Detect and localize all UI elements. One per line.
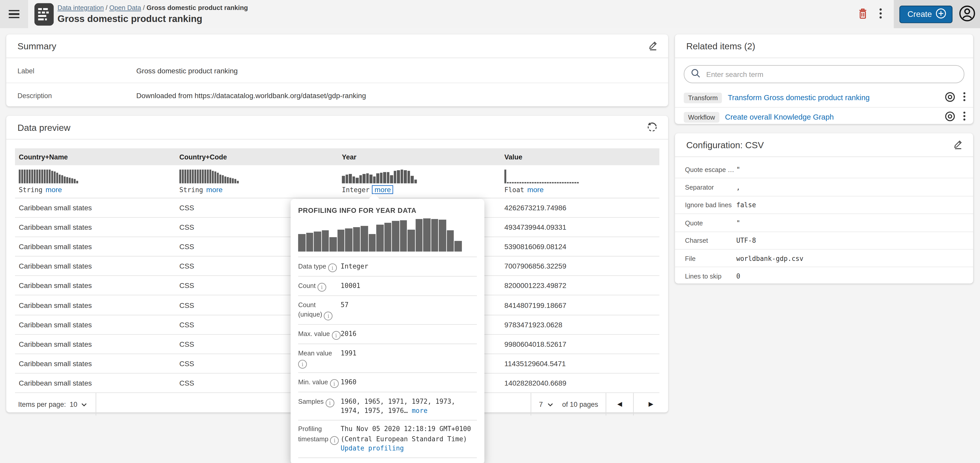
profiling-popover: PROFILING INFO FOR YEAR DATA Data type I… [291, 199, 484, 463]
table-cell: 14028282040.6689 [501, 379, 659, 386]
field-label: Description [18, 92, 136, 99]
table-cell: Caribbean small states [15, 360, 176, 367]
table-cell: Caribbean small states [15, 224, 176, 231]
config-value: , [736, 184, 740, 191]
app-header: Data integration / Open Data / Gross dom… [0, 0, 980, 28]
info-icon[interactable] [325, 399, 334, 407]
column-header-value: Value [501, 153, 659, 160]
breadcrumb-separator: / [104, 4, 109, 11]
page-title: Gross domestic product ranking [57, 13, 248, 24]
user-avatar-button[interactable] [958, 5, 976, 23]
column-type: Integer [342, 186, 369, 193]
delete-button[interactable] [854, 5, 872, 23]
trash-icon [858, 7, 869, 21]
info-icon[interactable] [324, 311, 333, 320]
kebab-icon [963, 112, 966, 123]
data-preview-title: Data preview [18, 122, 70, 133]
edit-configuration-button[interactable] [953, 139, 963, 151]
pages-count-label: of 10 pages [562, 401, 598, 408]
column-more-link-value[interactable]: more [527, 186, 544, 193]
profiling-histogram [298, 219, 477, 252]
config-label: File [685, 254, 736, 262]
info-icon[interactable] [330, 436, 339, 445]
reload-preview-button[interactable] [646, 120, 658, 134]
related-item-link[interactable]: Create overall Knowledge Graph [725, 113, 939, 121]
config-row-quote: Quote " [675, 214, 973, 232]
info-icon[interactable] [318, 283, 326, 291]
page-root: Data integration / Open Data / Gross dom… [0, 0, 980, 463]
update-profiling-link[interactable]: Update profiling [341, 444, 404, 452]
user-icon [959, 5, 975, 23]
header-titles: Data integration / Open Data / Gross dom… [57, 4, 248, 24]
stat-value: Integer [341, 261, 477, 272]
stat-value: Thu Nov 05 2020 12:18:19 GMT+0100 (Centr… [341, 425, 477, 453]
column-histogram [342, 168, 501, 184]
stat-value: 1991 [341, 348, 477, 369]
table-cell: Caribbean small states [15, 321, 176, 328]
kebab-icon [963, 92, 966, 103]
related-items-title: Related items (2) [686, 41, 755, 51]
config-value: " [736, 219, 740, 227]
info-icon[interactable] [328, 263, 337, 272]
item-options-button[interactable] [963, 112, 966, 123]
view-item-button[interactable] [944, 110, 956, 123]
more-options-button[interactable] [873, 5, 889, 23]
profiling-popover-title: PROFILING INFO FOR YEAR DATA [298, 206, 477, 214]
configuration-title: Configuration: CSV [686, 140, 764, 150]
column-more-link-country-name[interactable]: more [46, 186, 62, 193]
related-search-input[interactable] [705, 70, 957, 78]
config-value: 0 [736, 272, 740, 279]
configuration-card: Configuration: CSV Quote escape … " Sepa… [675, 133, 973, 284]
stat-label: Mean value [298, 348, 341, 369]
breadcrumb-link-data-integration[interactable]: Data integration [57, 4, 104, 11]
column-histogram [504, 168, 659, 184]
table-cell: Caribbean small states [15, 340, 176, 348]
column-header-year: Year [338, 153, 501, 160]
items-per-page-value: 10 [70, 401, 77, 408]
hamburger-icon [9, 10, 19, 18]
summary-card: Summary Label Gross domestic product ran… [6, 35, 668, 107]
summary-title: Summary [18, 41, 56, 51]
related-item-link[interactable]: Transform Gross domestic product ranking [728, 93, 939, 102]
items-per-page-select[interactable]: Items per page: 10 [6, 393, 96, 415]
more-link[interactable]: more [412, 407, 428, 414]
stat-label: Count [298, 281, 341, 291]
table-cell: 8414807199.18667 [501, 301, 659, 309]
column-more-link-country-code[interactable]: more [206, 186, 223, 193]
config-row-charset: Charset UTF-8 [675, 231, 973, 249]
table-cell: Caribbean small states [15, 262, 176, 270]
related-search [684, 65, 964, 83]
main-menu-button[interactable] [0, 0, 28, 28]
view-item-button[interactable] [944, 91, 956, 104]
summary-row-description: Description Downloaded from https://data… [6, 83, 668, 108]
page-select[interactable]: 7 of 10 pages [531, 393, 606, 415]
column-histogram [19, 168, 176, 184]
item-options-button[interactable] [963, 92, 966, 103]
table-cell: 4934739944.09331 [501, 224, 659, 231]
target-icon [944, 91, 956, 104]
create-button[interactable]: Create [899, 5, 953, 23]
chevron-down-icon [81, 401, 87, 408]
info-icon[interactable] [332, 331, 340, 340]
next-page-button[interactable]: ▶ [633, 393, 668, 415]
page-select-value: 7 [539, 401, 543, 408]
item-type-badge: Workflow [684, 112, 719, 122]
info-icon[interactable] [298, 360, 307, 369]
dataset-app-icon [35, 3, 54, 25]
column-more-link-year[interactable]: more [372, 186, 393, 193]
previous-page-button[interactable]: ◀ [606, 393, 633, 415]
table-cell: Caribbean small states [15, 243, 176, 251]
stat-label: Max. value [298, 329, 341, 340]
table-cell: Caribbean small states [15, 301, 176, 309]
table-cell: Caribbean small states [15, 282, 176, 289]
info-icon[interactable] [330, 379, 339, 388]
edit-summary-button[interactable] [648, 40, 658, 53]
breadcrumb-link-open-data[interactable]: Open Data [109, 4, 141, 11]
stat-row-samples: Samples 1960, 1965, 1971, 1972, 1973, 19… [298, 393, 477, 421]
config-value: " [736, 166, 740, 173]
config-label: Lines to skip [685, 272, 736, 279]
column-type: String [19, 186, 42, 193]
config-label: Charset [685, 236, 736, 244]
breadcrumb: Data integration / Open Data / Gross dom… [57, 4, 248, 11]
config-row-lines-to-skip: Lines to skip 0 [675, 267, 973, 285]
